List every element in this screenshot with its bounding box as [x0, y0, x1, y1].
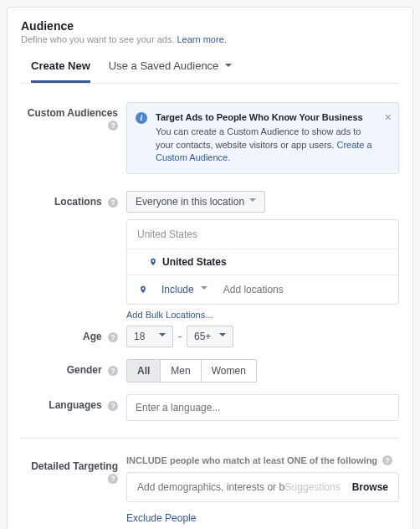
- add-bulk-locations-link[interactable]: Add Bulk Locations...: [126, 310, 213, 320]
- help-icon[interactable]: ?: [108, 121, 118, 131]
- dropdown-label: Everyone in this location: [136, 196, 244, 208]
- label-text: Custom Audiences: [28, 107, 118, 119]
- age-min-dropdown[interactable]: 18: [126, 326, 173, 347]
- label-custom-audiences: Custom Audiences ?: [21, 102, 126, 174]
- pin-icon: [149, 258, 157, 266]
- caret-down-icon: [159, 333, 166, 340]
- divider: [21, 438, 399, 439]
- row-gender: Gender ? All Men Women: [21, 359, 399, 383]
- help-icon[interactable]: ?: [108, 198, 118, 208]
- help-icon[interactable]: ?: [382, 455, 392, 465]
- age-min-value: 18: [134, 331, 145, 342]
- caret-down-icon: [219, 333, 226, 340]
- custom-audience-info-box: i × Target Ads to People Who Know Your B…: [126, 102, 399, 174]
- page-title: Audience: [21, 19, 399, 33]
- row-languages: Languages ?: [21, 394, 399, 421]
- help-icon[interactable]: ?: [108, 332, 118, 342]
- location-region-header: United States: [127, 220, 398, 249]
- location-value: United States: [162, 256, 227, 268]
- learn-more-link[interactable]: Learn more.: [177, 34, 227, 44]
- label-age: Age ?: [21, 326, 126, 347]
- pin-icon: [139, 285, 147, 294]
- close-icon[interactable]: ×: [385, 110, 392, 126]
- label-locations: Locations ?: [21, 191, 126, 321]
- age-max-dropdown[interactable]: 65+: [187, 326, 233, 347]
- help-icon[interactable]: ?: [108, 474, 118, 484]
- location-scope-dropdown[interactable]: Everyone in this location: [126, 191, 265, 213]
- row-locations: Locations ? Everyone in this location Un…: [21, 191, 399, 321]
- label-gender: Gender ?: [21, 359, 126, 383]
- exclude-people-link[interactable]: Exclude People: [126, 512, 196, 524]
- age-dash: -: [178, 331, 182, 342]
- help-icon[interactable]: ?: [108, 366, 118, 376]
- include-description: INCLUDE people who match at least ONE of…: [126, 455, 399, 465]
- info-body: You can create a Custom Audience to show…: [156, 126, 361, 149]
- gender-all[interactable]: All: [126, 359, 161, 383]
- subtitle-text: Define who you want to see your ads.: [21, 34, 177, 44]
- location-selected-item[interactable]: United States: [127, 249, 398, 275]
- detailed-targeting-input[interactable]: [137, 473, 285, 501]
- suggestions-button[interactable]: Suggestions: [285, 481, 341, 493]
- row-custom-audiences: Custom Audiences ? i × Target Ads to Peo…: [21, 102, 399, 174]
- add-location-input[interactable]: [222, 280, 392, 299]
- row-detailed-targeting: Detailed Targeting ? INCLUDE people who …: [21, 455, 399, 524]
- help-icon[interactable]: ?: [108, 401, 118, 411]
- label-text: Age: [83, 331, 102, 342]
- location-box: United States United States Include: [126, 219, 399, 305]
- gender-women[interactable]: Women: [202, 359, 257, 383]
- languages-input[interactable]: [126, 394, 399, 421]
- page-subtitle: Define who you want to see your ads. Lea…: [21, 34, 399, 44]
- info-title: Target Ads to People Who Know Your Busin…: [156, 111, 376, 124]
- gender-segmented-control: All Men Women: [126, 359, 399, 383]
- tab-use-saved-label: Use a Saved Audience: [109, 59, 219, 72]
- detailed-targeting-box: Suggestions Browse: [126, 472, 399, 502]
- caret-down-icon: [201, 286, 207, 293]
- info-icon: i: [136, 112, 147, 124]
- label-text: Locations: [54, 196, 102, 208]
- age-max-value: 65+: [194, 331, 211, 342]
- include-dropdown[interactable]: Include: [156, 281, 213, 298]
- label-text: Gender: [67, 364, 102, 376]
- browse-button[interactable]: Browse: [352, 481, 388, 493]
- label-text: Languages: [49, 399, 101, 411]
- row-age: Age ? 18 - 65+: [21, 326, 399, 347]
- tab-create-new[interactable]: Create New: [31, 59, 90, 83]
- include-label: Include: [161, 284, 194, 295]
- label-languages: Languages ?: [21, 394, 126, 421]
- include-text: INCLUDE people who match at least ONE of…: [126, 455, 377, 465]
- location-footer: Include: [127, 275, 398, 304]
- label-text: Detailed Targeting: [31, 460, 118, 472]
- label-detailed-targeting: Detailed Targeting ?: [21, 455, 126, 524]
- caret-down-icon: [249, 198, 256, 205]
- tab-use-saved[interactable]: Use a Saved Audience: [109, 59, 232, 83]
- audience-panel: Audience Define who you want to see your…: [7, 7, 413, 529]
- audience-tabs: Create New Use a Saved Audience: [21, 59, 399, 84]
- caret-down-icon: [225, 64, 232, 70]
- gender-men[interactable]: Men: [161, 359, 201, 383]
